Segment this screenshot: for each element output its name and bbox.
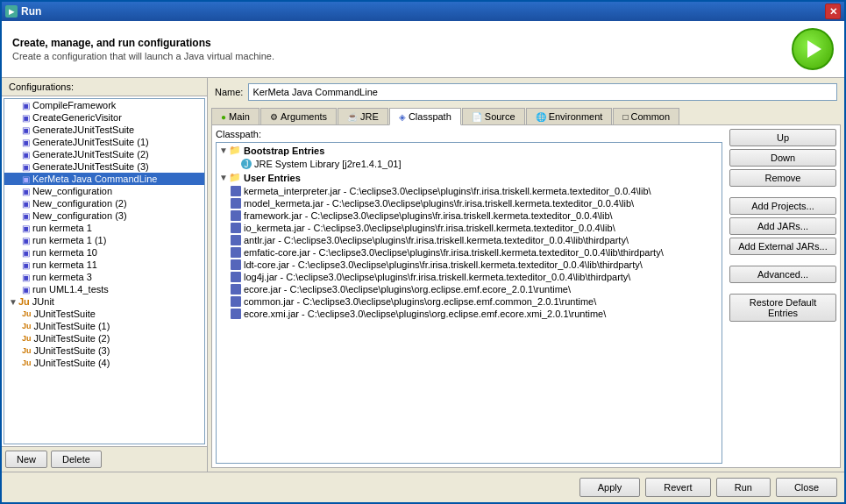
classpath-tree[interactable]: ▼ 📁 Bootstrap Entries J JRE System Libra… bbox=[216, 142, 722, 464]
sidebar-item-label: JUnitTestSuite (2) bbox=[34, 333, 110, 344]
sidebar-item-runkermeta1b[interactable]: ▣ run kermeta 1 (1) bbox=[4, 234, 204, 246]
arguments-tab-icon: ⚙ bbox=[270, 112, 278, 122]
sidebar-item-junitsuite[interactable]: Ju JUnitTestSuite bbox=[4, 308, 204, 320]
tab-content: Classpath: ▼ 📁 Bootstrap Entries J JRE S… bbox=[211, 125, 841, 468]
sidebar-item-label: run kermeta 10 bbox=[32, 247, 97, 258]
sidebar-item-newconfig3[interactable]: ▣ New_configuration (3) bbox=[4, 209, 204, 222]
run-button[interactable]: Run bbox=[716, 478, 771, 497]
sidebar-item-runkermeta3[interactable]: ▣ run kermeta 3 bbox=[4, 271, 204, 283]
classpath-entry-7[interactable]: log4j.jar - C:\eclipse3.0\eclipse\plugin… bbox=[217, 271, 722, 283]
junit-icon: Ju bbox=[22, 309, 32, 318]
sidebar-item-genjunit1[interactable]: ▣ GenerateJUnitTestSuite bbox=[4, 124, 204, 136]
restore-button[interactable]: Restore Default Entries bbox=[729, 294, 836, 322]
jar-icon bbox=[231, 309, 241, 319]
tab-arguments-label: Arguments bbox=[281, 111, 327, 122]
jar-icon bbox=[231, 223, 241, 233]
config-icon: ▣ bbox=[22, 285, 30, 295]
classpath-entry-8[interactable]: ecore.jar - C:\eclipse3.0\eclipse\plugin… bbox=[217, 283, 722, 295]
classpath-entry-3[interactable]: io_kermeta.jar - C:\eclipse3.0\eclipse\p… bbox=[217, 222, 722, 234]
classpath-entry-4[interactable]: antlr.jar - C:\eclipse3.0\eclipse\plugin… bbox=[217, 234, 722, 246]
jre-tab-icon: ☕ bbox=[347, 112, 358, 122]
revert-button[interactable]: Revert bbox=[645, 478, 710, 497]
jar-icon bbox=[231, 235, 241, 245]
tab-main[interactable]: ● Main bbox=[211, 108, 259, 124]
configurations-list[interactable]: ▣ CompileFramework ▣ CreateGenericVisito… bbox=[4, 98, 205, 444]
window-icon: ▶ bbox=[5, 5, 18, 18]
apply-button[interactable]: Apply bbox=[579, 478, 641, 497]
user-label: User Entries bbox=[244, 173, 301, 183]
tab-arguments[interactable]: ⚙ Arguments bbox=[260, 108, 337, 124]
tab-jre[interactable]: ☕ JRE bbox=[338, 108, 388, 124]
sidebar-item-creategenericvisitor[interactable]: ▣ CreateGenericVisitor bbox=[4, 111, 204, 124]
config-icon: ▣ bbox=[22, 199, 30, 209]
delete-button[interactable]: Delete bbox=[51, 451, 102, 468]
close-button[interactable]: ✕ bbox=[825, 4, 841, 19]
sidebar-item-kermeta[interactable]: ▣ KerMeta Java CommandLine bbox=[4, 173, 204, 185]
tab-environment[interactable]: 🌐 Environment bbox=[526, 108, 613, 124]
entry-label: ldt-core.jar - C:\eclipse3.0\eclipse\plu… bbox=[244, 259, 643, 270]
jre-entry[interactable]: J JRE System Library [j2re1.4.1_01] bbox=[217, 158, 722, 170]
tab-common-label: Common bbox=[630, 111, 670, 122]
sidebar-item-runkermeta10[interactable]: ▣ run kermeta 10 bbox=[4, 246, 204, 259]
classpath-entry-2[interactable]: framework.jar - C:\eclipse3.0\eclipse\pl… bbox=[217, 209, 722, 222]
run-triangle bbox=[807, 40, 821, 58]
down-button[interactable]: Down bbox=[729, 149, 836, 167]
remove-button[interactable]: Remove bbox=[729, 169, 836, 187]
entry-label: antlr.jar - C:\eclipse3.0\eclipse\plugin… bbox=[244, 235, 629, 245]
sidebar-item-runkermeta1[interactable]: ▣ run kermeta 1 bbox=[4, 222, 204, 234]
sidebar-item-newconfig2[interactable]: ▣ New_configuration (2) bbox=[4, 197, 204, 209]
classpath-entry-10[interactable]: ecore.xmi.jar - C:\eclipse3.0\eclipse\pl… bbox=[217, 308, 722, 320]
add-external-jars-button[interactable]: Add External JARs... bbox=[729, 238, 836, 255]
tab-classpath[interactable]: ◈ Classpath bbox=[389, 108, 461, 125]
add-projects-button[interactable]: Add Projects... bbox=[729, 197, 836, 215]
sidebar-item-label: run kermeta 3 bbox=[32, 272, 92, 282]
expand-icon: ▼ bbox=[8, 297, 18, 307]
sidebar-item-runuml[interactable]: ▣ run UML1.4_tests bbox=[4, 283, 204, 295]
sidebar-item-genjunit4[interactable]: ▣ GenerateJUnitTestSuite (3) bbox=[4, 160, 204, 173]
sidebar-item-junit-group[interactable]: ▼ Ju JUnit bbox=[4, 295, 204, 308]
sidebar-item-junitsuite2[interactable]: Ju JUnitTestSuite (2) bbox=[4, 332, 204, 344]
main-panel: Name: ● Main ⚙ Arguments ☕ JRE ◈ bbox=[208, 78, 844, 472]
new-button[interactable]: New bbox=[5, 451, 47, 468]
classpath-entry-9[interactable]: common.jar - C:\eclipse3.0\eclipse\plugi… bbox=[217, 295, 722, 308]
classpath-tab-icon: ◈ bbox=[399, 112, 406, 122]
bootstrap-group[interactable]: ▼ 📁 Bootstrap Entries bbox=[217, 143, 722, 158]
config-icon: ▣ bbox=[22, 187, 30, 196]
classpath-entry-6[interactable]: ldt-core.jar - C:\eclipse3.0\eclipse\plu… bbox=[217, 259, 722, 271]
junit-group-icon: Ju bbox=[18, 296, 30, 307]
sidebar-item-junitsuite4[interactable]: Ju JUnitTestSuite (4) bbox=[4, 357, 204, 369]
sidebar-item-genjunit3[interactable]: ▣ GenerateJUnitTestSuite (2) bbox=[4, 148, 204, 160]
sidebar-item-junitsuite1[interactable]: Ju JUnitTestSuite (1) bbox=[4, 320, 204, 332]
entry-label: ecore.xmi.jar - C:\eclipse3.0\eclipse\pl… bbox=[244, 309, 606, 319]
source-tab-icon: 📄 bbox=[472, 112, 482, 122]
user-group[interactable]: ▼ 📁 User Entries bbox=[217, 170, 722, 185]
user-expand: ▼ bbox=[218, 173, 229, 182]
sidebar-item-newconfig[interactable]: ▣ New_configuration bbox=[4, 185, 204, 197]
sidebar-item-genjunit2[interactable]: ▣ GenerateJUnitTestSuite (1) bbox=[4, 136, 204, 148]
up-button[interactable]: Up bbox=[729, 129, 836, 146]
name-input[interactable] bbox=[248, 83, 837, 101]
sidebar-item-label: run kermeta 11 bbox=[32, 259, 97, 270]
config-icon-selected: ▣ bbox=[22, 174, 30, 184]
junit-icon: Ju bbox=[22, 346, 32, 355]
sidebar-item-junitsuite3[interactable]: Ju JUnitTestSuite (3) bbox=[4, 344, 204, 357]
add-jars-button[interactable]: Add JARs... bbox=[729, 217, 836, 235]
tab-source[interactable]: 📄 Source bbox=[462, 108, 525, 124]
classpath-entry-5[interactable]: emfatic-core.jar - C:\eclipse3.0\eclipse… bbox=[217, 246, 722, 259]
classpath-entry-1[interactable]: model_kermeta.jar - C:\eclipse3.0\eclips… bbox=[217, 197, 722, 209]
close-dialog-button[interactable]: Close bbox=[776, 478, 837, 497]
config-icon: ▣ bbox=[22, 101, 30, 110]
sidebar-item-compile[interactable]: ▣ CompileFramework bbox=[4, 99, 204, 111]
classpath-entry-0[interactable]: kermeta_interpreter.jar - C:\eclipse3.0\… bbox=[217, 185, 722, 197]
sidebar-item-runkermeta11[interactable]: ▣ run kermeta 11 bbox=[4, 259, 204, 271]
bottom-bar: Apply Revert Run Close bbox=[2, 472, 844, 502]
advanced-button[interactable]: Advanced... bbox=[729, 266, 836, 283]
junit-icon: Ju bbox=[22, 334, 32, 343]
tab-common[interactable]: □ Common bbox=[613, 108, 679, 124]
tab-main-label: Main bbox=[229, 111, 250, 122]
config-icon: ▣ bbox=[22, 162, 30, 172]
sidebar-item-label: GenerateJUnitTestSuite bbox=[32, 124, 134, 135]
config-icon: ▣ bbox=[22, 236, 30, 245]
environment-tab-icon: 🌐 bbox=[536, 112, 546, 122]
config-icon: ▣ bbox=[22, 138, 30, 147]
